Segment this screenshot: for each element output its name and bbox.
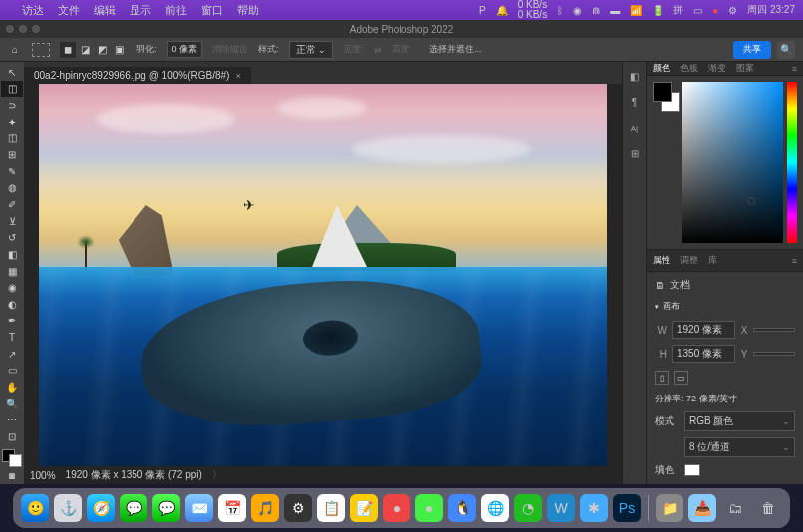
tab-swatches[interactable]: 色板 xyxy=(680,62,698,75)
antialias-checkbox[interactable]: 消除锯齿 xyxy=(212,43,248,56)
status-p-icon[interactable]: P xyxy=(479,5,486,16)
panel-icon-3[interactable]: A| xyxy=(627,120,643,135)
frame-tool[interactable]: ⊞ xyxy=(1,146,23,163)
brush-tool[interactable]: ✐ xyxy=(1,196,23,213)
y-input[interactable] xyxy=(753,352,795,356)
tool-preset-icon[interactable] xyxy=(32,43,50,57)
dock-calendar[interactable]: 📅 xyxy=(218,494,246,522)
menu-view[interactable]: 显示 xyxy=(130,3,151,18)
dock-messages[interactable]: 💬 xyxy=(152,494,180,522)
tab-adjustments[interactable]: 调整 xyxy=(680,254,698,267)
window-titlebar[interactable]: Adobe Photoshop 2022 xyxy=(0,20,803,38)
tab-libraries[interactable]: 库 xyxy=(708,254,717,267)
menu-edit[interactable]: 编辑 xyxy=(94,3,116,18)
shape-tool[interactable]: ▭ xyxy=(1,363,23,380)
gradient-tool[interactable]: ▦ xyxy=(1,263,23,280)
crop-tool[interactable]: ◫ xyxy=(1,131,23,147)
depth-select[interactable]: 8 位/通道 xyxy=(684,437,795,457)
dock-folder1[interactable]: 📁 xyxy=(656,494,683,522)
dock-app4[interactable]: ✱ xyxy=(580,494,608,522)
dock-safari[interactable]: 🧭 xyxy=(87,494,115,522)
menu-help[interactable]: 帮助 xyxy=(237,3,259,18)
dock-settings[interactable]: ⚙ xyxy=(284,494,312,522)
heal-tool[interactable]: ◍ xyxy=(1,179,23,196)
more-tools[interactable]: ⋯ xyxy=(1,411,23,428)
height-input[interactable]: 1350 像素 xyxy=(672,345,735,363)
zoom-level[interactable]: 100% xyxy=(30,470,56,481)
wifi-icon[interactable]: ⋒ xyxy=(592,5,600,16)
min-dot[interactable] xyxy=(19,25,27,33)
dock-wechat[interactable]: 💬 xyxy=(120,494,147,522)
hand-tool[interactable]: ✋ xyxy=(1,379,23,396)
panel-icon-1[interactable]: ◧ xyxy=(627,68,643,84)
clock[interactable]: 周四 23:27 xyxy=(747,3,795,17)
dock-word[interactable]: W xyxy=(547,494,575,522)
dock-notes[interactable]: 📝 xyxy=(350,494,378,522)
dock-photoshop[interactable]: Ps xyxy=(613,494,641,522)
marquee-tool[interactable]: ◫ xyxy=(1,81,23,98)
history-brush-tool[interactable]: ↺ xyxy=(1,229,23,246)
mode-select[interactable]: RGB 颜色 xyxy=(684,411,795,431)
dock-music[interactable]: 🎵 xyxy=(251,494,279,522)
width-input[interactable]: 1920 像素 xyxy=(672,321,735,339)
rulers-section[interactable]: 标尺和网格 xyxy=(655,483,795,484)
dock-app3[interactable]: ● xyxy=(415,494,443,522)
select-mask-button[interactable]: 选择并遮住... xyxy=(429,43,482,56)
eraser-tool[interactable]: ◧ xyxy=(1,246,23,263)
tab-color[interactable]: 颜色 xyxy=(653,62,670,75)
eyedropper-tool[interactable]: ✎ xyxy=(1,163,23,180)
dock-wechat2[interactable]: ◔ xyxy=(514,494,542,522)
selection-add-icon[interactable]: ◪ xyxy=(77,42,93,58)
dock-reminders[interactable]: 📋 xyxy=(317,494,345,522)
bluetooth-icon[interactable]: ᛒ xyxy=(557,5,563,16)
panel-menu-icon[interactable]: ≡ xyxy=(792,64,797,74)
move-tool[interactable]: ↖ xyxy=(1,64,23,81)
red-dot-icon[interactable]: ● xyxy=(712,5,718,16)
wand-tool[interactable]: ✦ xyxy=(1,114,23,131)
selection-sub-icon[interactable]: ◩ xyxy=(94,42,110,58)
document-tab[interactable]: 00a2-hpinryc8929966.jpg @ 100%(RGB/8#) × xyxy=(24,67,251,84)
fill-swatch[interactable] xyxy=(684,464,700,476)
x-input[interactable] xyxy=(753,328,795,332)
lang-icon[interactable]: 拼 xyxy=(673,3,683,17)
path-tool[interactable]: ↗ xyxy=(1,346,23,363)
landscape-icon[interactable]: ▭ xyxy=(674,371,688,385)
panel-icon-4[interactable]: ⊞ xyxy=(627,145,643,161)
signal-icon[interactable]: 📶 xyxy=(630,5,642,16)
tab-properties[interactable]: 属性 xyxy=(653,254,670,267)
canvas[interactable]: ✈ xyxy=(39,84,607,466)
menu-finder[interactable]: 访达 xyxy=(22,3,44,18)
battery-icon[interactable]: 🔋 xyxy=(652,5,664,16)
screen-icon[interactable]: ▭ xyxy=(693,5,702,16)
selection-int-icon[interactable]: ▣ xyxy=(111,42,127,58)
color-swatches[interactable] xyxy=(2,449,22,468)
menu-go[interactable]: 前往 xyxy=(165,3,187,18)
dock-chrome[interactable]: 🌐 xyxy=(481,494,509,522)
style-select[interactable]: 正常 ⌄ xyxy=(289,41,334,59)
edit-toolbar[interactable]: ⊡ xyxy=(1,428,23,445)
tab-gradients[interactable]: 渐变 xyxy=(708,62,726,75)
dock-stack[interactable]: 🗂 xyxy=(721,494,749,522)
feather-input[interactable]: 0 像素 xyxy=(167,41,203,58)
type-tool[interactable]: T xyxy=(1,329,23,346)
tab-close-icon[interactable]: × xyxy=(235,71,240,81)
tab-patterns[interactable]: 图案 xyxy=(736,62,754,75)
search-button[interactable]: 🔍 xyxy=(777,41,795,59)
home-button[interactable]: ⌂ xyxy=(8,43,22,57)
dock-trash[interactable]: 🗑 xyxy=(754,494,782,522)
close-dot[interactable] xyxy=(6,25,14,33)
car-icon[interactable]: ▬ xyxy=(610,5,620,16)
dodge-tool[interactable]: ◐ xyxy=(1,296,23,313)
record-icon[interactable]: ◉ xyxy=(573,5,582,16)
dock-app2[interactable]: ● xyxy=(383,494,410,522)
portrait-icon[interactable]: ▯ xyxy=(655,371,669,385)
color-picker[interactable] xyxy=(682,82,783,243)
stamp-tool[interactable]: ⊻ xyxy=(1,213,23,230)
control-center-icon[interactable]: ⚙ xyxy=(728,5,737,16)
doc-info[interactable]: 1920 像素 x 1350 像素 (72 ppi) xyxy=(66,468,202,482)
info-chevron-icon[interactable]: 〉 xyxy=(212,468,222,482)
dock-finder[interactable]: 🙂 xyxy=(21,494,49,522)
dock-downloads[interactable]: 📥 xyxy=(688,494,716,522)
status-bell-icon[interactable]: 🔔 xyxy=(496,5,508,16)
max-dot[interactable] xyxy=(32,25,40,33)
